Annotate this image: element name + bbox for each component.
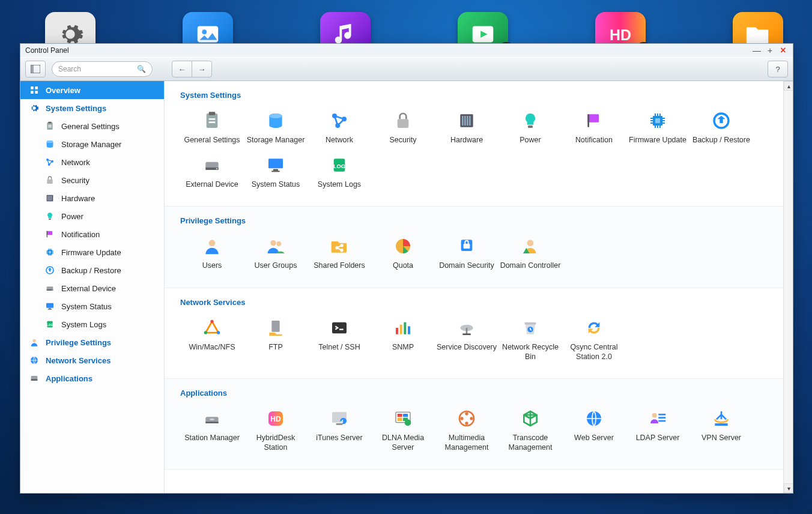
- restore-icon: [44, 265, 55, 276]
- nav-buttons: ← →: [172, 61, 212, 77]
- sidebar-item-label: Network Services: [46, 356, 111, 365]
- toggle-sidebar-button[interactable]: [25, 61, 46, 77]
- item-vpn[interactable]: VPN Server: [689, 405, 753, 458]
- scroll-down-button[interactable]: ▾: [784, 483, 793, 493]
- item-security[interactable]: Security: [371, 107, 435, 151]
- sidebar-item-notification[interactable]: Notification: [20, 225, 164, 243]
- sidebar: OverviewSystem SettingsGeneral SettingsS…: [20, 81, 165, 493]
- item-winmac[interactable]: Win/Mac/NFS: [180, 314, 244, 367]
- sidebar-item-backup[interactable]: Backup / Restore: [20, 261, 164, 279]
- sidebar-item-general[interactable]: General Settings: [20, 117, 164, 135]
- maximize-button[interactable]: +: [765, 46, 775, 55]
- sidebar-item-security[interactable]: Security: [20, 171, 164, 189]
- triangle-icon: [200, 318, 224, 338]
- item-shared[interactable]: Shared Folders: [308, 232, 371, 277]
- sidebar-item-label: External Device: [61, 284, 116, 293]
- item-ssh[interactable]: Telnet / SSH: [308, 314, 371, 367]
- item-quota[interactable]: Quota: [371, 232, 435, 277]
- sidebar-item-extdev[interactable]: External Device: [20, 279, 164, 297]
- item-label: Web Server: [574, 434, 614, 443]
- user-icon: [29, 337, 40, 348]
- item-general[interactable]: General Settings: [180, 107, 244, 151]
- help-button[interactable]: ?: [768, 61, 788, 77]
- search-icon: 🔍: [137, 65, 146, 73]
- item-extdev[interactable]: External Device: [180, 151, 244, 196]
- sidebar-item-label: Privilege Settings: [46, 338, 111, 347]
- item-ftp[interactable]: FTP: [244, 314, 308, 367]
- item-qsync[interactable]: Qsync Central Station 2.0: [562, 314, 626, 367]
- nav-back-button[interactable]: ←: [172, 61, 192, 77]
- item-label: LDAP Server: [636, 434, 680, 443]
- item-recycle[interactable]: Network Recycle Bin: [498, 314, 562, 367]
- sidebar-item-label: Firmware Update: [61, 248, 121, 257]
- item-svcdisc[interactable]: Service Discovery: [435, 314, 498, 367]
- scroll-up-button[interactable]: ▴: [784, 81, 793, 91]
- item-network[interactable]: Network: [308, 107, 371, 151]
- sidebar-item-label: Power: [61, 212, 83, 221]
- item-label: External Device: [186, 180, 238, 190]
- sidebar-item-system[interactable]: System Settings: [20, 99, 164, 117]
- item-label: Multimedia Management: [435, 434, 498, 452]
- item-label: Users: [202, 261, 222, 271]
- search-field[interactable]: 🔍: [52, 61, 153, 77]
- item-snmp[interactable]: SNMP: [371, 314, 435, 367]
- item-hardware[interactable]: Hardware: [435, 107, 498, 151]
- item-power[interactable]: Power: [498, 107, 562, 151]
- item-label: Win/Mac/NFS: [189, 343, 235, 352]
- item-status[interactable]: System Status: [244, 151, 308, 196]
- sidebar-item-logs[interactable]: System Logs: [20, 315, 164, 333]
- search-input[interactable]: [58, 65, 137, 73]
- item-groups[interactable]: User Groups: [244, 232, 308, 277]
- vertical-scrollbar[interactable]: ▴ ▾: [783, 81, 793, 493]
- item-notification[interactable]: Notification: [562, 107, 626, 151]
- nav-forward-button[interactable]: →: [192, 61, 212, 77]
- lock-icon: [44, 175, 55, 186]
- sidebar-item-privilege[interactable]: Privilege Settings: [20, 333, 164, 351]
- net-icon: [327, 110, 351, 131]
- sidebar-item-apps[interactable]: Applications: [20, 369, 164, 387]
- disk-icon: [264, 110, 288, 131]
- item-label: SNMP: [392, 343, 414, 352]
- drive-icon: [200, 155, 224, 175]
- dlna-icon: [391, 408, 415, 429]
- item-web[interactable]: Web Server: [562, 405, 626, 458]
- restore-icon: [709, 110, 733, 131]
- item-domsec[interactable]: Domain Security: [435, 232, 498, 277]
- item-hybrid[interactable]: HybridDesk Station: [244, 405, 308, 458]
- sidebar-item-netsvc[interactable]: Network Services: [20, 351, 164, 369]
- item-users[interactable]: Users: [180, 232, 244, 277]
- server-icon: [455, 110, 479, 131]
- sidebar-item-overview[interactable]: Overview: [20, 81, 164, 99]
- item-dlna[interactable]: DLNA Media Server: [371, 405, 435, 458]
- item-label: Notification: [575, 136, 613, 145]
- lock-icon: [391, 110, 415, 131]
- sidebar-item-network[interactable]: Network: [20, 153, 164, 171]
- log-icon: [327, 155, 351, 175]
- user-icon: [200, 236, 224, 256]
- item-domctrl[interactable]: Domain Controller: [498, 232, 562, 277]
- sidebar-item-status[interactable]: System Status: [20, 297, 164, 315]
- minimize-button[interactable]: —: [752, 46, 762, 55]
- sidebar-item-power[interactable]: Power: [20, 207, 164, 225]
- svg-text:HD: HD: [610, 26, 631, 43]
- close-button[interactable]: ×: [778, 46, 788, 55]
- sidebar-item-hardware[interactable]: Hardware: [20, 189, 164, 207]
- main-panel: System SettingsGeneral SettingsStorage M…: [165, 81, 793, 493]
- drive-icon: [44, 283, 55, 294]
- globe-icon: [582, 408, 606, 429]
- item-logs[interactable]: System Logs: [308, 151, 371, 196]
- item-label: FTP: [268, 343, 283, 352]
- sidebar-item-storage[interactable]: Storage Manager: [20, 135, 164, 153]
- vpn-icon: [709, 408, 733, 429]
- item-backup[interactable]: Backup / Restore: [689, 107, 753, 151]
- item-multimedia[interactable]: Multimedia Management: [435, 405, 498, 458]
- item-label: Power: [520, 136, 541, 145]
- item-transcode[interactable]: Transcode Management: [498, 405, 562, 458]
- item-station[interactable]: Station Manager: [180, 405, 244, 458]
- item-label: Quota: [393, 261, 413, 271]
- item-itunes[interactable]: iTunes Server: [308, 405, 371, 458]
- item-storage[interactable]: Storage Manager: [244, 107, 308, 151]
- item-ldap[interactable]: LDAP Server: [626, 405, 689, 458]
- item-firmware[interactable]: Firmware Update: [626, 107, 689, 151]
- sidebar-item-firmware[interactable]: Firmware Update: [20, 243, 164, 261]
